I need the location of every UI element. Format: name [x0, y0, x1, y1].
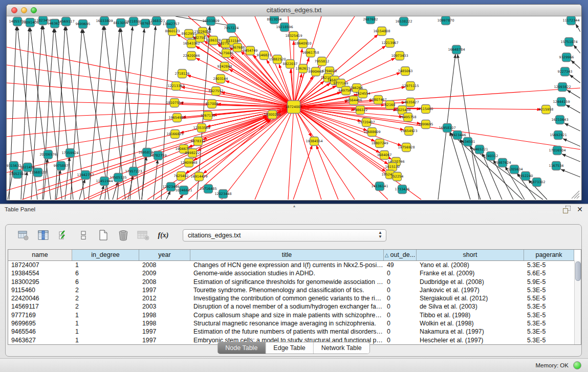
cell-short[interactable]: Wolkin et al. (1998)	[417, 319, 524, 327]
cell-title[interactable]: Corpus callosum shape and size in male p…	[190, 311, 384, 319]
table-row[interactable]: 946554611997Estimation of the future num…	[8, 327, 581, 336]
cell-out_de[interactable]: 0	[384, 327, 417, 336]
cell-short[interactable]: de Silva et al. (2003)	[417, 302, 524, 311]
cell-name[interactable]: 9699695	[8, 319, 72, 327]
cell-in_degree[interactable]: 1	[72, 327, 139, 336]
cell-short[interactable]: Nakamura et al. (1997)	[417, 327, 524, 336]
column-header-pagerank[interactable]: pagerank	[524, 250, 574, 260]
cell-in_degree[interactable]: 6	[72, 269, 139, 277]
cell-year[interactable]: 1998	[139, 319, 190, 327]
citation-network-graph[interactable]: 8860123891295515226058982750381863281654…	[7, 16, 580, 200]
cell-in_degree[interactable]: 1	[72, 336, 139, 344]
close-panel-icon[interactable]: ✕	[577, 206, 583, 213]
cell-title[interactable]: Tourette syndrome. Phenomenology and cla…	[190, 286, 384, 294]
cell-out_de[interactable]: 0	[384, 294, 417, 302]
cell-name[interactable]: 18724007	[8, 261, 72, 269]
cell-name[interactable]: 9115460	[8, 286, 72, 294]
cell-short[interactable]: Tibbo et al. (1998)	[417, 311, 524, 319]
zoom-window-button[interactable]	[31, 7, 37, 13]
cell-title[interactable]: Structural magnetic resonance image aver…	[190, 319, 384, 327]
tab-node-table[interactable]: Node Table	[217, 342, 266, 354]
cell-title[interactable]: Changes of HCN gene expression and I(f) …	[190, 261, 384, 269]
cell-out_de[interactable]: 49	[384, 261, 417, 269]
cell-out_de[interactable]: 0	[384, 311, 417, 319]
select-all-columns-button[interactable]	[57, 229, 70, 242]
table-vertical-scrollbar[interactable]	[574, 260, 581, 344]
table-row[interactable]: 969969511998Structural magnetic resonanc…	[8, 319, 581, 327]
cell-pagerank[interactable]: 5.3E-5	[524, 286, 574, 294]
window-resize-grip[interactable]	[572, 191, 579, 199]
cell-pagerank[interactable]: 5.3E-5	[524, 302, 574, 311]
cell-pagerank[interactable]: 5.3E-5	[524, 311, 574, 319]
function-builder-button[interactable]: f(x)	[157, 229, 170, 242]
table-row[interactable]: 1456911722003Disruption of a novel membe…	[8, 302, 581, 311]
cell-name[interactable]: 14569117	[8, 302, 72, 311]
cell-in_degree[interactable]: 1	[72, 261, 139, 269]
cell-title[interactable]: Genome-wide association studies in ADHD.	[190, 269, 384, 277]
cell-out_de[interactable]: 0	[384, 319, 417, 327]
cell-in_degree[interactable]: 6	[72, 278, 139, 286]
cell-year[interactable]: 1997	[139, 336, 190, 344]
column-header-year[interactable]: year	[139, 250, 190, 260]
float-panel-icon[interactable]	[563, 206, 571, 213]
cell-in_degree[interactable]: 1	[72, 311, 139, 319]
network-canvas[interactable]: 8860123891295515226058982750381863281654…	[7, 16, 580, 200]
cell-title[interactable]: Investigating the contribution of common…	[190, 294, 384, 302]
scrollbar-thumb[interactable]	[575, 261, 581, 281]
column-header-name[interactable]: name	[8, 250, 72, 260]
cell-year[interactable]: 2008	[139, 261, 190, 269]
table-row[interactable]: 1830029562008Estimation of significance …	[8, 278, 581, 286]
cell-short[interactable]: Dudbridge et al. (2008)	[417, 278, 524, 286]
cell-in_degree[interactable]: 2	[72, 286, 139, 294]
cell-title[interactable]: Disruption of a novel member of a sodium…	[190, 302, 384, 311]
cell-short[interactable]: Stergiakouli et al. (2012)	[417, 294, 524, 302]
cell-out_de[interactable]: 0	[384, 269, 417, 277]
close-window-button[interactable]	[11, 7, 17, 13]
column-header-short[interactable]: short	[417, 250, 524, 260]
column-header-title[interactable]: title	[190, 250, 384, 260]
cell-title[interactable]: Estimation of significance thresholds fo…	[190, 278, 384, 286]
cell-in_degree[interactable]: 2	[72, 294, 139, 302]
cell-name[interactable]: 18300295	[8, 278, 72, 286]
cell-out_de[interactable]: 0	[384, 336, 417, 344]
cell-short[interactable]: Jankovic et al. (1997)	[417, 286, 524, 294]
table-row[interactable]: 1938455462009Genome-wide association stu…	[8, 269, 581, 277]
column-header-in_degree[interactable]: in_degree	[72, 250, 139, 260]
column-header-out_de[interactable]: △out_de...	[384, 250, 417, 260]
cell-pagerank[interactable]: 5.3E-5	[524, 336, 574, 344]
cell-year[interactable]: 2003	[139, 302, 190, 311]
cell-in_degree[interactable]: 2	[72, 302, 139, 311]
cell-name[interactable]: 9777169	[8, 311, 72, 319]
cell-year[interactable]: 2009	[139, 269, 190, 277]
cell-year[interactable]: 2012	[139, 294, 190, 302]
cell-year[interactable]: 1998	[139, 311, 190, 319]
cell-short[interactable]: Hescheler et al. (1997)	[417, 336, 524, 344]
cell-out_de[interactable]: 0	[384, 286, 417, 294]
cell-in_degree[interactable]: 1	[72, 319, 139, 327]
cell-year[interactable]: 1997	[139, 286, 190, 294]
cell-pagerank[interactable]: 5.9E-5	[524, 278, 574, 286]
delete-column-button[interactable]	[117, 229, 130, 242]
memory-status-indicator[interactable]	[573, 361, 581, 369]
cell-year[interactable]: 2008	[139, 278, 190, 286]
cell-out_de[interactable]: 0	[384, 302, 417, 311]
network-window-titlebar[interactable]: citations_edges.txt	[7, 5, 581, 16]
show-column-button[interactable]	[37, 229, 50, 242]
table-settings-button[interactable]	[17, 229, 30, 242]
table-selector-dropdown[interactable]: citations_edges.txt ▲▼	[183, 229, 386, 242]
cell-year[interactable]: 1997	[139, 327, 190, 336]
unselect-columns-button[interactable]	[77, 229, 90, 242]
cell-pagerank[interactable]: 5.6E-5	[524, 269, 574, 277]
cell-name[interactable]: 9463627	[8, 336, 72, 344]
cell-pagerank[interactable]: 5.3E-5	[524, 327, 574, 336]
cell-short[interactable]: Franke et al. (2009)	[417, 269, 524, 277]
cell-out_de[interactable]: 0	[384, 278, 417, 286]
new-document-button[interactable]	[97, 229, 110, 242]
cell-pagerank[interactable]: 5.3E-5	[524, 319, 574, 327]
cell-name[interactable]: 22420046	[8, 294, 72, 302]
cell-title[interactable]: Estimation of the future numbers of pati…	[190, 327, 384, 336]
minimize-window-button[interactable]	[21, 7, 27, 13]
table-row[interactable]: 1872400712008Changes of HCN gene express…	[8, 261, 581, 269]
cell-pagerank[interactable]: 5.5E-5	[524, 294, 574, 302]
splitter-handle-icon[interactable]: ▴	[293, 204, 295, 208]
